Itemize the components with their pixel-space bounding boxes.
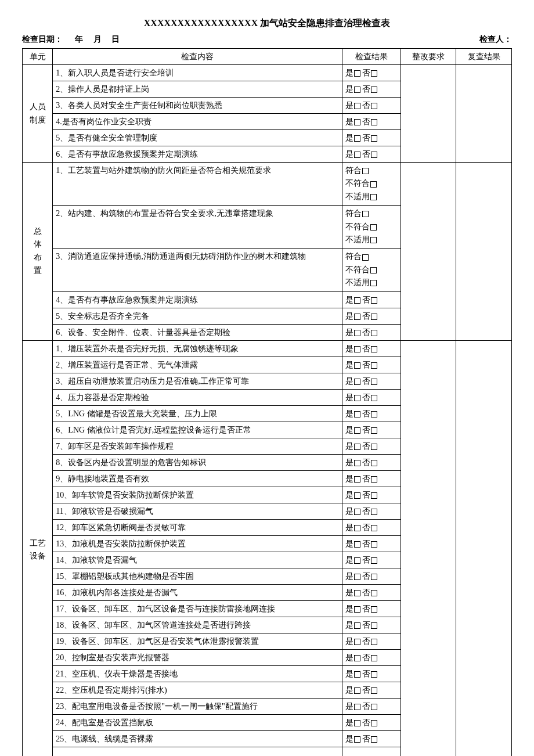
yes-checkbox[interactable] bbox=[354, 492, 360, 499]
yes-checkbox[interactable] bbox=[354, 411, 360, 417]
no-checkbox[interactable] bbox=[371, 427, 377, 434]
no-checkbox[interactable] bbox=[371, 476, 377, 483]
conform-checkbox[interactable] bbox=[362, 168, 369, 174]
no-checkbox[interactable] bbox=[371, 70, 377, 77]
no-checkbox[interactable] bbox=[371, 541, 377, 548]
nonconform-checkbox[interactable] bbox=[370, 267, 377, 273]
yes-checkbox[interactable] bbox=[354, 736, 360, 743]
yes-checkbox[interactable] bbox=[354, 509, 360, 515]
nonconform-checkbox[interactable] bbox=[370, 181, 377, 188]
yes-checkbox[interactable] bbox=[354, 395, 360, 401]
no-checkbox[interactable] bbox=[371, 639, 377, 645]
yes-checkbox[interactable] bbox=[354, 330, 360, 336]
no-checkbox[interactable] bbox=[371, 687, 377, 694]
yes-checkbox[interactable] bbox=[354, 362, 360, 369]
no-checkbox[interactable] bbox=[371, 119, 377, 125]
yes-checkbox[interactable] bbox=[354, 574, 360, 580]
no-checkbox[interactable] bbox=[371, 655, 377, 661]
yes-checkbox[interactable] bbox=[354, 720, 360, 726]
no-checkbox[interactable] bbox=[371, 492, 377, 499]
no-checkbox[interactable] bbox=[371, 444, 377, 450]
yes-checkbox[interactable] bbox=[354, 541, 360, 548]
yes-checkbox[interactable] bbox=[354, 671, 360, 678]
no-checkbox[interactable] bbox=[371, 720, 377, 726]
no-checkbox[interactable] bbox=[371, 509, 377, 515]
yes-checkbox[interactable] bbox=[354, 655, 360, 661]
yes-checkbox[interactable] bbox=[354, 152, 360, 158]
no-label: 否 bbox=[362, 539, 370, 548]
no-checkbox[interactable] bbox=[371, 395, 377, 401]
no-checkbox[interactable] bbox=[371, 622, 377, 629]
content-cell: 13、加液机是否安装防拉断保护装置 bbox=[53, 535, 342, 552]
no-checkbox[interactable] bbox=[371, 606, 377, 613]
yes-checkbox[interactable] bbox=[354, 135, 360, 142]
no-checkbox[interactable] bbox=[371, 574, 377, 580]
conform-checkbox[interactable] bbox=[362, 211, 369, 217]
yes-checkbox[interactable] bbox=[354, 314, 360, 320]
no-checkbox[interactable] bbox=[371, 87, 377, 93]
no-label: 否 bbox=[362, 344, 370, 353]
yes-checkbox[interactable] bbox=[354, 119, 360, 125]
yes-checkbox[interactable] bbox=[354, 525, 360, 531]
no-checkbox[interactable] bbox=[371, 411, 377, 417]
no-checkbox[interactable] bbox=[371, 362, 377, 369]
yes-checkbox[interactable] bbox=[354, 639, 360, 645]
no-checkbox[interactable] bbox=[371, 314, 377, 320]
no-checkbox[interactable] bbox=[371, 460, 377, 466]
yes-checkbox[interactable] bbox=[354, 346, 360, 352]
page-title: XXXXXXXXXXXXXXXXX 加气站安全隐患排查治理检查表 bbox=[22, 17, 512, 30]
header-content: 检查内容 bbox=[53, 49, 342, 65]
yes-checkbox[interactable] bbox=[354, 70, 360, 77]
conform-checkbox[interactable] bbox=[362, 254, 369, 261]
conform-row: 符合 bbox=[345, 207, 398, 220]
no-checkbox[interactable] bbox=[371, 557, 377, 564]
content-cell: 14、加液软管是否漏气 bbox=[53, 552, 342, 568]
yes-checkbox[interactable] bbox=[354, 460, 360, 466]
yes-checkbox[interactable] bbox=[354, 590, 360, 596]
table-row: 总体布置1、工艺装置与站外建筑物的防火间距是否符合相关规范要求符合不符合不适用 bbox=[23, 163, 512, 206]
content-cell: 1、增压装置外表是否完好无损、无腐蚀锈迹等现象 bbox=[53, 340, 342, 357]
yes-label: 是 bbox=[345, 117, 353, 126]
yes-checkbox[interactable] bbox=[354, 444, 360, 450]
no-label: 否 bbox=[362, 669, 370, 678]
yes-checkbox[interactable] bbox=[354, 476, 360, 483]
yes-checkbox[interactable] bbox=[354, 297, 360, 304]
no-label: 否 bbox=[362, 702, 370, 711]
yes-checkbox[interactable] bbox=[354, 687, 360, 694]
nonconform-row: 不符合 bbox=[345, 264, 398, 276]
result-cell: 是 否 bbox=[342, 600, 400, 617]
no-checkbox[interactable] bbox=[371, 297, 377, 304]
yes-label: 是 bbox=[345, 523, 353, 532]
header-unit: 单元 bbox=[23, 49, 53, 65]
no-checkbox[interactable] bbox=[371, 152, 377, 158]
no-checkbox[interactable] bbox=[371, 379, 377, 385]
yes-label: 是 bbox=[345, 377, 353, 386]
yes-checkbox[interactable] bbox=[354, 557, 360, 564]
result-cell: 是 否 bbox=[342, 665, 400, 682]
yes-checkbox[interactable] bbox=[354, 704, 360, 710]
result-cell: 是 否 bbox=[342, 649, 400, 665]
no-checkbox[interactable] bbox=[371, 590, 377, 596]
yes-checkbox[interactable] bbox=[354, 606, 360, 613]
result-cell: 是 否 bbox=[342, 340, 400, 357]
na-checkbox[interactable] bbox=[370, 237, 377, 243]
no-checkbox[interactable] bbox=[371, 525, 377, 531]
no-checkbox[interactable] bbox=[371, 736, 377, 743]
no-checkbox[interactable] bbox=[371, 135, 377, 142]
content-cell: 1、工艺装置与站外建筑物的防火间距是否符合相关规范要求 bbox=[53, 163, 342, 206]
yes-checkbox[interactable] bbox=[354, 87, 360, 93]
na-checkbox[interactable] bbox=[370, 194, 377, 200]
nonconform-checkbox[interactable] bbox=[370, 224, 377, 231]
result-cell: 是 否 bbox=[342, 405, 400, 422]
no-checkbox[interactable] bbox=[371, 330, 377, 336]
no-checkbox[interactable] bbox=[371, 704, 377, 710]
yes-label: 是 bbox=[345, 718, 353, 727]
no-checkbox[interactable] bbox=[371, 346, 377, 352]
yes-checkbox[interactable] bbox=[354, 103, 360, 109]
na-checkbox[interactable] bbox=[370, 280, 377, 286]
no-checkbox[interactable] bbox=[371, 671, 377, 678]
no-checkbox[interactable] bbox=[371, 103, 377, 109]
yes-checkbox[interactable] bbox=[354, 427, 360, 434]
yes-checkbox[interactable] bbox=[354, 622, 360, 629]
yes-checkbox[interactable] bbox=[354, 379, 360, 385]
